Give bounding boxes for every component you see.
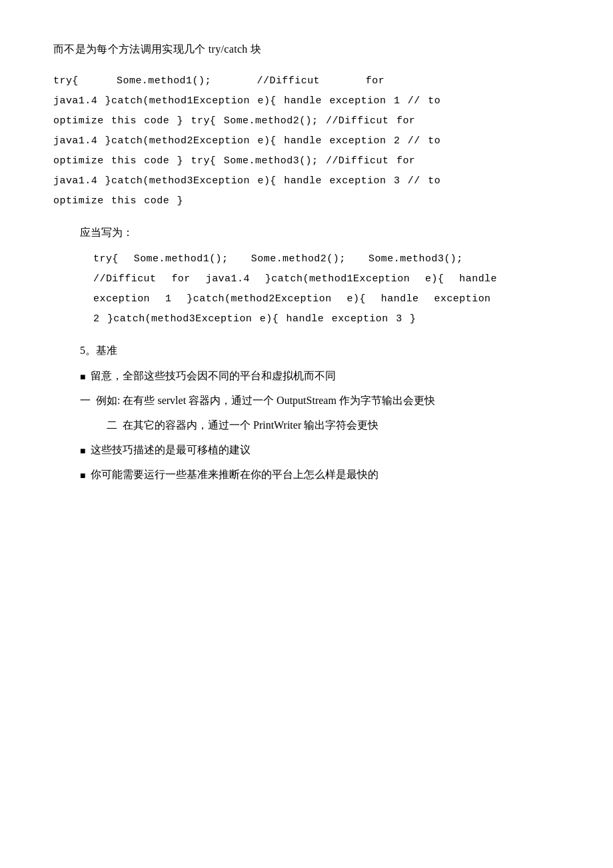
bullet-text-4: 这些技巧描述的是最可移植的建议 (91, 441, 251, 460)
bullet-item-5: ■ 你可能需要运行一些基准来推断在你的平台上怎么样是最快的 (80, 465, 560, 485)
bullet-item-4: ■ 这些技巧描述的是最可移植的建议 (80, 441, 560, 460)
dash-icon-1: 一 (80, 391, 91, 411)
code-text-2: try{ Some.method1(); Some.method2(); Som… (93, 253, 497, 325)
bullet-text-1: 留意，全部这些技巧会因不同的平台和虚拟机而不同 (91, 367, 336, 386)
should-write-label: 应当写为： (80, 223, 560, 243)
code-text-1: try{ Some.method1(); //Difficut for java… (53, 75, 440, 207)
square-icon-2: ■ (80, 443, 85, 459)
code-block-1: try{ Some.method1(); //Difficut for java… (53, 71, 560, 211)
bullet-item-1: ■ 留意，全部这些技巧会因不同的平台和虚拟机而不同 (80, 367, 560, 386)
square-icon-3: ■ (80, 467, 85, 484)
square-icon-1: ■ (80, 369, 85, 385)
bullet-text-5: 你可能需要运行一些基准来推断在你的平台上怎么样是最快的 (91, 465, 378, 485)
bullet-item-3: 二 在其它的容器内，通过一个 PrintWriter 输出字符会更快 (107, 416, 560, 435)
intro-line: 而不是为每个方法调用实现几个 try/catch 块 (53, 40, 560, 59)
code-block-2: try{ Some.method1(); Some.method2(); Som… (93, 249, 560, 329)
bullet-item-2: 一 例如: 在有些 servlet 容器内，通过一个 OutputStream … (80, 391, 560, 411)
bullet-text-2: 例如: 在有些 servlet 容器内，通过一个 OutputStream 作为… (96, 391, 435, 411)
subdash-icon-1: 二 (107, 416, 117, 435)
bullet-text-3: 在其它的容器内，通过一个 PrintWriter 输出字符会更快 (123, 416, 378, 435)
section-5-title: 5。基准 (80, 341, 560, 361)
